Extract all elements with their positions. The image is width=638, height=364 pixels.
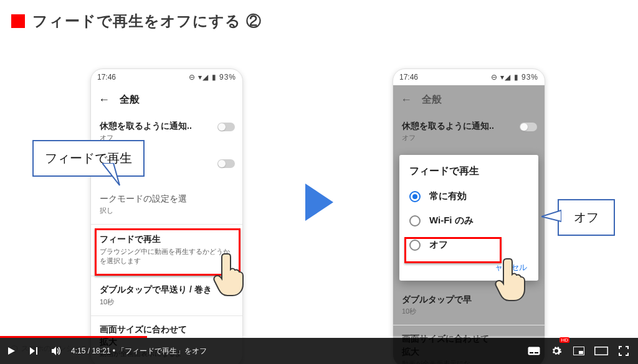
- item-sublabel: ブラウジング中に動画を再生するかどうかを選択します: [100, 247, 234, 266]
- progress-track[interactable]: [0, 336, 638, 338]
- captions-icon: [528, 347, 540, 355]
- item-label: 休憩を取るように通知..: [402, 120, 536, 131]
- svg-rect-2: [535, 352, 538, 353]
- toggle-icon[interactable]: [217, 123, 235, 131]
- volume-icon: [50, 345, 62, 357]
- status-battery: 93%: [219, 73, 236, 82]
- item-label: 画面サイズに合わせて: [100, 324, 234, 335]
- item-double-tap: ダブルタップで早 10秒: [393, 287, 545, 324]
- step-arrow-icon: [302, 180, 340, 226]
- radio-label: オフ: [429, 239, 448, 251]
- dialog-cancel[interactable]: ャンセル: [402, 257, 536, 273]
- play-button[interactable]: [0, 340, 22, 362]
- item-sublabel: オフ: [402, 133, 536, 142]
- radio-label: 常に有効: [429, 190, 467, 202]
- svg-rect-5: [595, 347, 608, 355]
- video-player-bar: 4:15 / 18:21 • 「フィードで再生」をオフ HD: [0, 338, 638, 364]
- svg-rect-4: [579, 351, 583, 354]
- item-label: ダブルタップで早送り / 巻き: [100, 284, 234, 295]
- volume-button[interactable]: [45, 340, 67, 362]
- hd-badge: HD: [559, 337, 569, 343]
- time-current: 4:15: [71, 347, 85, 355]
- gear-icon: [551, 345, 562, 357]
- radio-icon[interactable]: [409, 215, 421, 226]
- status-time: 17:46: [97, 73, 116, 82]
- title-marker: [11, 14, 25, 28]
- time-total: 18:21: [92, 347, 110, 355]
- time-dot: •: [110, 347, 117, 355]
- radio-wifi[interactable]: Wi-Fi のみ: [402, 208, 536, 233]
- svg-rect-0: [528, 347, 540, 355]
- toggle-icon[interactable]: [217, 159, 235, 168]
- statusbar: 17:46 ⊖ ▾◢ ▮ 93%: [393, 69, 545, 85]
- fullscreen-button[interactable]: [614, 340, 633, 362]
- toggle-icon: [520, 123, 537, 131]
- item-sublabel: 10秒: [100, 297, 234, 307]
- captions-button[interactable]: [525, 340, 543, 362]
- next-icon: [29, 346, 39, 356]
- settings-header: 全般: [120, 93, 140, 106]
- item-label: 休憩を取るように通知..: [100, 120, 234, 131]
- time-sep: /: [85, 347, 92, 355]
- miniplayer-button[interactable]: [569, 340, 588, 362]
- progress-fill: [0, 336, 147, 338]
- theater-button[interactable]: [592, 340, 611, 362]
- callout-feed-play: フィードで再生: [32, 140, 145, 177]
- item-label: フィードで再生: [100, 233, 234, 245]
- radio-icon[interactable]: [409, 240, 421, 251]
- page-title: フィードで再生をオフにする ②: [32, 11, 262, 31]
- back-icon[interactable]: ←: [98, 93, 110, 106]
- statusbar: 17:46 ⊖ ▾◢ ▮ 93%: [91, 69, 242, 85]
- radio-off[interactable]: オフ: [402, 233, 536, 257]
- callout-off: オフ: [558, 199, 615, 236]
- radio-icon[interactable]: [409, 191, 421, 202]
- svg-rect-1: [530, 352, 533, 353]
- next-button[interactable]: [22, 340, 45, 362]
- status-icons: ⊖ ▾◢ ▮ 93%: [491, 73, 538, 82]
- item-label: ダブルタップで早: [402, 294, 536, 305]
- dialog-title: フィードで再生: [402, 165, 536, 184]
- fullscreen-icon: [619, 346, 629, 356]
- radio-label: Wi-Fi のみ: [429, 215, 474, 226]
- phone-left: 17:46 ⊖ ▾◢ ▮ 93% ← 全般 休憩を取るように通知.. オフ 間に…: [90, 68, 243, 364]
- item-double-tap[interactable]: ダブルタップで早送り / 巻き 10秒: [91, 278, 242, 314]
- miniplayer-icon: [573, 347, 584, 355]
- feed-play-dialog: フィードで再生 常に有効 Wi-Fi のみ オフ ャンセル: [399, 155, 538, 281]
- theater-icon: [594, 347, 608, 355]
- item-sublabel: 択し: [100, 206, 234, 215]
- item-feed-play[interactable]: フィードで再生 ブラウジング中に動画を再生するかどうかを選択します: [91, 226, 242, 274]
- status-icons: ⊖ ▾◢ ▮ 93%: [189, 73, 236, 82]
- item-label: ークモードの設定を選: [100, 193, 234, 204]
- play-icon: [6, 346, 16, 356]
- phone-right: 17:46 ⊖ ▾◢ ▮ 93% ← 全般 休憩を取るように通知.. オフ おや…: [393, 68, 545, 364]
- radio-always[interactable]: 常に有効: [402, 184, 536, 208]
- item-sublabel: 10秒: [402, 307, 536, 316]
- callout-text: オフ: [574, 210, 599, 224]
- item-rest-reminder: 休憩を取るように通知.. オフ: [393, 114, 545, 151]
- settings-button[interactable]: HD: [547, 340, 566, 362]
- status-time: 17:46: [399, 73, 418, 82]
- player-time: 4:15 / 18:21 • 「フィードで再生」をオフ: [71, 346, 207, 357]
- status-battery: 93%: [521, 73, 538, 82]
- chapter-title: 「フィードで再生」をオフ: [117, 347, 207, 355]
